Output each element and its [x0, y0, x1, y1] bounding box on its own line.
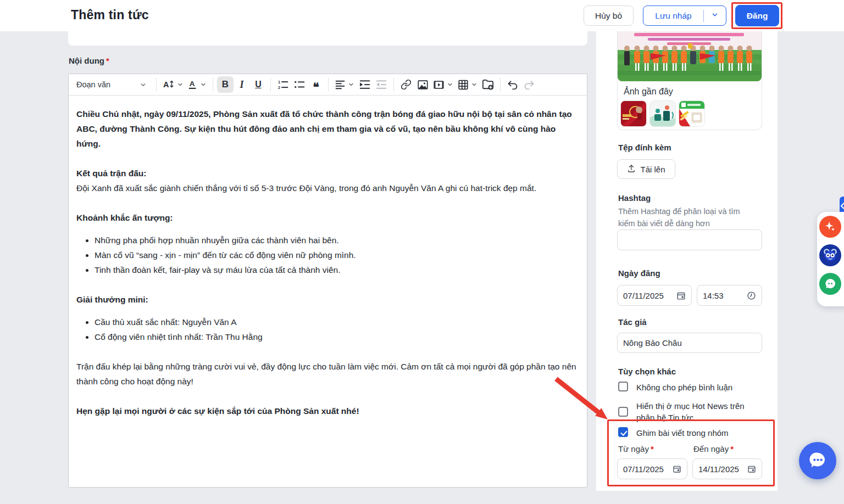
pin-from-date-input[interactable]: 07/11/2025 — [617, 458, 687, 479]
cancel-button-label: Hủy bỏ — [595, 11, 622, 21]
insert-file-button[interactable] — [480, 76, 496, 93]
option-row-no-comments[interactable]: Không cho phép bình luận — [618, 382, 732, 393]
publish-button-label: Đăng — [747, 11, 768, 21]
bold-button[interactable]: B — [217, 76, 234, 93]
paragraph-final: Hẹn gặp lại mọi người ở các sự kiện sắp … — [76, 404, 579, 418]
pin-from-date-value: 07/11/2025 — [623, 464, 673, 474]
indent-button[interactable] — [357, 76, 373, 93]
recent-photos-row — [620, 100, 705, 127]
chatbot-mascot-button[interactable] — [819, 244, 841, 266]
bullet-list-icon — [293, 79, 306, 90]
publish-button[interactable]: Đăng — [735, 5, 779, 26]
redo-button[interactable] — [521, 76, 537, 93]
underline-button[interactable]: U — [250, 76, 266, 93]
quote-icon: ❝ — [313, 85, 319, 90]
save-draft-dropdown[interactable] — [704, 11, 726, 21]
clock-icon[interactable] — [747, 291, 756, 300]
svg-text:2: 2 — [278, 85, 280, 90]
publish-time-input[interactable]: 14:53 — [697, 285, 762, 306]
option-checkbox-2[interactable] — [618, 427, 628, 437]
other-options-label: Tùy chọn khác — [618, 367, 676, 376]
option-row-pin-post[interactable]: Ghim bài viết trong nhóm — [618, 427, 729, 439]
cancel-button[interactable]: Hủy bỏ — [584, 5, 634, 26]
media-icon — [433, 80, 445, 90]
chevron-down-icon — [447, 81, 453, 88]
insert-table-button[interactable] — [456, 76, 480, 93]
underline-icon: U — [255, 80, 262, 89]
panda-icon — [823, 249, 837, 262]
insert-media-button[interactable] — [431, 76, 456, 93]
font-size-button[interactable]: A — [160, 76, 186, 93]
awards-list: Cầu thủ xuất sắc nhất: Nguyễn Văn A Cổ đ… — [76, 315, 579, 344]
toolbar-divider — [156, 77, 157, 92]
heading-awards: Giải thưởng mini: — [76, 292, 579, 307]
italic-button[interactable]: I — [234, 76, 250, 93]
save-draft-button[interactable]: Lưu nháp — [643, 5, 726, 26]
required-asterisk: * — [106, 56, 109, 65]
upload-button[interactable]: Tải lên — [617, 159, 675, 179]
hashtag-input[interactable] — [617, 229, 762, 250]
recent-photo-thumbnail[interactable] — [679, 100, 705, 127]
hashtag-label: Hashtag — [618, 193, 651, 203]
heading-moments: Khoảnh khắc ấn tượng: — [76, 210, 579, 225]
chat-bubble-icon — [824, 277, 837, 290]
insert-image-button[interactable] — [414, 76, 431, 93]
folder-add-icon — [482, 79, 494, 90]
indent-icon — [359, 80, 371, 89]
attachments-label: Tệp đính kèm — [618, 143, 671, 152]
publish-date-value: 07/11/2025 — [623, 291, 676, 300]
calendar-icon[interactable] — [673, 464, 681, 473]
option-checkbox-0[interactable] — [618, 382, 628, 391]
toolbar-divider — [270, 77, 271, 92]
bullet-list-button[interactable] — [291, 76, 308, 93]
ordered-list-icon: 12 — [277, 79, 289, 90]
recent-photo-thumbnail[interactable] — [649, 100, 676, 127]
content-label-text: Nội dung — [69, 56, 104, 65]
calendar-icon[interactable] — [676, 291, 686, 300]
header-bar: Thêm tin tức Hủy bỏ Lưu nháp Đăng — [0, 0, 844, 31]
list-item: Cầu thủ xuất sắc nhất: Nguyễn Văn A — [95, 315, 579, 329]
publish-date-input[interactable]: 07/11/2025 — [617, 285, 692, 306]
featured-image[interactable] — [618, 31, 762, 81]
align-button[interactable] — [332, 76, 357, 93]
option-label: Ghim bài viết trong nhóm — [636, 427, 729, 439]
pin-to-date-input[interactable]: 14/11/2025 — [692, 458, 762, 479]
editor-content-area[interactable]: Chiều Chủ nhật, ngày 09/11/2025, Phòng S… — [69, 96, 587, 418]
svg-text:1: 1 — [278, 80, 280, 85]
chevron-down-icon — [200, 81, 207, 88]
chevron-down-icon — [711, 11, 719, 21]
heading-results: Kết quả trận đấu: — [76, 166, 579, 181]
option-row-hot-news[interactable]: Hiển thị ở mục Hot News trên phân hệ Tin… — [618, 400, 746, 423]
author-label: Tác giả — [618, 317, 647, 327]
blockquote-button[interactable]: ❝ — [308, 76, 324, 93]
author-input[interactable]: Nông Bảo Châu — [617, 333, 762, 353]
publish-date-label: Ngày đăng — [618, 268, 660, 278]
link-icon — [401, 79, 412, 90]
align-left-icon — [335, 80, 346, 89]
outdent-icon — [375, 80, 387, 89]
publish-time-value: 14:53 — [703, 291, 747, 300]
pin-from-label-text: Từ ngày — [618, 444, 649, 453]
editor-toolbar: Đoạn văn A A B I U 12 ❝ — [69, 74, 587, 96]
option-checkbox-1[interactable] — [618, 407, 628, 417]
pin-to-date-value: 14/11/2025 — [698, 464, 747, 474]
undo-icon — [507, 80, 518, 89]
table-icon — [458, 80, 469, 90]
undo-button[interactable] — [504, 76, 521, 93]
featured-image-card: Ảnh gần đây — [617, 31, 762, 130]
paragraph-style-select[interactable]: Đoạn văn — [72, 76, 152, 93]
required-asterisk: * — [730, 444, 734, 453]
page-title: Thêm tin tức — [71, 8, 149, 23]
ordered-list-button[interactable]: 12 — [275, 76, 291, 93]
recent-photo-thumbnail[interactable] — [620, 100, 647, 127]
support-chat-button[interactable] — [819, 273, 841, 295]
calendar-icon[interactable] — [747, 464, 756, 473]
insert-link-button[interactable] — [398, 76, 414, 93]
upload-button-label: Tải lên — [640, 165, 665, 174]
chevron-down-icon — [140, 81, 147, 88]
font-color-button[interactable]: A — [186, 76, 209, 93]
outdent-button[interactable] — [373, 76, 390, 93]
chat-launcher-button[interactable] — [799, 442, 836, 479]
ai-assistant-button[interactable] — [819, 216, 841, 238]
option-label: Không cho phép bình luận — [636, 382, 732, 393]
